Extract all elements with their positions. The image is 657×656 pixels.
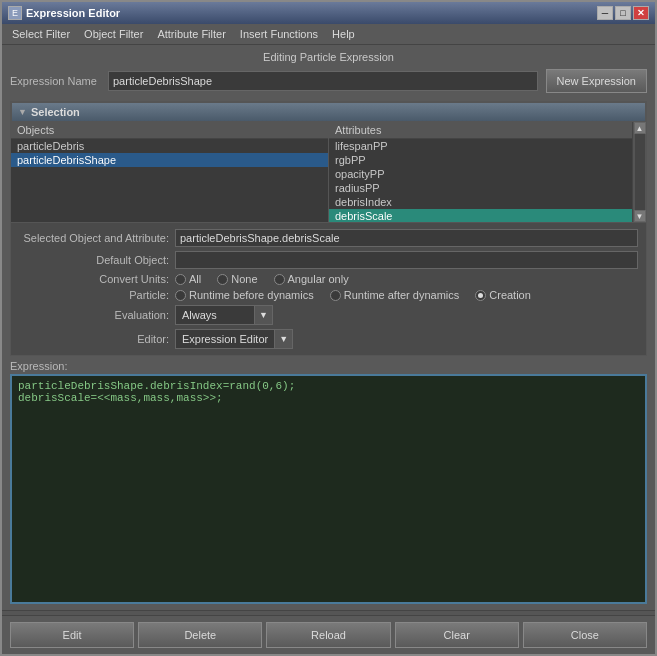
evaluation-label: Evaluation: bbox=[19, 309, 169, 321]
expression-textarea[interactable] bbox=[10, 374, 647, 604]
editor-value[interactable]: Expression Editor bbox=[175, 329, 275, 349]
editor-row: Editor: Expression Editor ▼ bbox=[19, 329, 638, 349]
runtime-before-radio[interactable]: Runtime before dynamics bbox=[175, 289, 314, 301]
editor-arrow[interactable]: ▼ bbox=[275, 329, 293, 349]
editing-label: Editing Particle Expression bbox=[10, 51, 647, 63]
expression-name-row: Expression Name New Expression bbox=[10, 69, 647, 93]
selection-header: ▼ Selection bbox=[11, 102, 646, 122]
list-item[interactable]: particleDebrisShape bbox=[11, 153, 328, 167]
evaluation-dropdown: Always ▼ bbox=[175, 305, 273, 325]
close-button[interactable]: Close bbox=[523, 622, 647, 648]
objects-list[interactable]: particleDebris particleDebrisShape bbox=[11, 139, 328, 222]
particle-row: Particle: Runtime before dynamics Runtim… bbox=[19, 289, 638, 301]
objects-header: Objects bbox=[11, 122, 328, 139]
title-buttons: ─ □ ✕ bbox=[597, 6, 649, 20]
list-item[interactable]: particleDebris bbox=[11, 139, 328, 153]
selection-label: Selection bbox=[31, 106, 80, 118]
convert-none-label: None bbox=[231, 273, 257, 285]
runtime-before-circle bbox=[175, 290, 186, 301]
creation-circle bbox=[475, 290, 486, 301]
menu-attribute-filter[interactable]: Attribute Filter bbox=[151, 26, 231, 42]
window-icon: E bbox=[8, 6, 22, 20]
title-bar-left: E Expression Editor bbox=[8, 6, 120, 20]
expression-label: Expression: bbox=[10, 360, 647, 372]
list-item[interactable]: debrisScale bbox=[329, 209, 632, 222]
section-arrow-icon: ▼ bbox=[18, 107, 27, 117]
selected-attr-row: Selected Object and Attribute: bbox=[19, 229, 638, 247]
menu-help[interactable]: Help bbox=[326, 26, 361, 42]
runtime-after-circle bbox=[330, 290, 341, 301]
scroll-up-btn[interactable]: ▲ bbox=[634, 122, 646, 134]
convert-units-label: Convert Units: bbox=[19, 273, 169, 285]
list-item[interactable]: opacityPP bbox=[329, 167, 632, 181]
particle-group: Runtime before dynamics Runtime after dy… bbox=[175, 289, 531, 301]
convert-all-label: All bbox=[189, 273, 201, 285]
menubar: Select Filter Object Filter Attribute Fi… bbox=[2, 24, 655, 45]
runtime-after-label: Runtime after dynamics bbox=[344, 289, 460, 301]
expression-section: Expression: bbox=[10, 360, 647, 604]
evaluation-arrow[interactable]: ▼ bbox=[255, 305, 273, 325]
selected-attr-label: Selected Object and Attribute: bbox=[19, 232, 169, 244]
expression-name-input[interactable] bbox=[108, 71, 538, 91]
menu-insert-functions[interactable]: Insert Functions bbox=[234, 26, 324, 42]
attributes-header: Attributes bbox=[329, 122, 646, 139]
convert-units-row: Convert Units: All None Angular only bbox=[19, 273, 638, 285]
maximize-button[interactable]: □ bbox=[615, 6, 631, 20]
details-section: Selected Object and Attribute: Default O… bbox=[11, 222, 646, 355]
edit-button[interactable]: Edit bbox=[10, 622, 134, 648]
default-object-row: Default Object: bbox=[19, 251, 638, 269]
convert-all-radio[interactable]: All bbox=[175, 273, 201, 285]
list-item[interactable]: lifespanPP bbox=[329, 139, 632, 153]
convert-units-group: All None Angular only bbox=[175, 273, 349, 285]
creation-radio[interactable]: Creation bbox=[475, 289, 531, 301]
convert-none-circle bbox=[217, 274, 228, 285]
delete-button[interactable]: Delete bbox=[138, 622, 262, 648]
reload-button[interactable]: Reload bbox=[266, 622, 390, 648]
editor-dropdown: Expression Editor ▼ bbox=[175, 329, 293, 349]
objects-panel: Objects particleDebris particleDebrisSha… bbox=[11, 122, 329, 222]
creation-label: Creation bbox=[489, 289, 531, 301]
evaluation-row: Evaluation: Always ▼ bbox=[19, 305, 638, 325]
runtime-before-label: Runtime before dynamics bbox=[189, 289, 314, 301]
title-bar: E Expression Editor ─ □ ✕ bbox=[2, 2, 655, 24]
list-item[interactable]: debrisIndex bbox=[329, 195, 632, 209]
list-item[interactable]: rgbPP bbox=[329, 153, 632, 167]
default-object-input[interactable] bbox=[175, 251, 638, 269]
default-object-label: Default Object: bbox=[19, 254, 169, 266]
scroll-track bbox=[635, 134, 645, 210]
new-expression-button[interactable]: New Expression bbox=[546, 69, 647, 93]
attributes-scrollbar[interactable]: ▲ ▼ bbox=[632, 122, 646, 222]
window-title: Expression Editor bbox=[26, 7, 120, 19]
minimize-button[interactable]: ─ bbox=[597, 6, 613, 20]
main-content: Editing Particle Expression Expression N… bbox=[2, 45, 655, 610]
editor-label: Editor: bbox=[19, 333, 169, 345]
menu-object-filter[interactable]: Object Filter bbox=[78, 26, 149, 42]
particle-label: Particle: bbox=[19, 289, 169, 301]
expression-editor-window: E Expression Editor ─ □ ✕ Select Filter … bbox=[0, 0, 657, 656]
selection-section: ▼ Selection Objects particleDebris parti… bbox=[10, 101, 647, 356]
scroll-down-btn[interactable]: ▼ bbox=[634, 210, 646, 222]
objects-attributes-row: Objects particleDebris particleDebrisSha… bbox=[11, 122, 646, 222]
selected-attr-input[interactable] bbox=[175, 229, 638, 247]
attributes-list[interactable]: lifespanPP rgbPP opacityPP radiusPP debr… bbox=[329, 139, 646, 222]
menu-select-filter[interactable]: Select Filter bbox=[6, 26, 76, 42]
convert-angular-radio[interactable]: Angular only bbox=[274, 273, 349, 285]
expression-name-label: Expression Name bbox=[10, 75, 100, 87]
attributes-panel: Attributes lifespanPP rgbPP opacityPP ra… bbox=[329, 122, 646, 222]
list-item[interactable]: radiusPP bbox=[329, 181, 632, 195]
evaluation-value[interactable]: Always bbox=[175, 305, 255, 325]
convert-all-circle bbox=[175, 274, 186, 285]
close-window-button[interactable]: ✕ bbox=[633, 6, 649, 20]
clear-button[interactable]: Clear bbox=[395, 622, 519, 648]
bottom-buttons: Edit Delete Reload Clear Close bbox=[2, 616, 655, 654]
convert-angular-label: Angular only bbox=[288, 273, 349, 285]
convert-none-radio[interactable]: None bbox=[217, 273, 257, 285]
convert-angular-circle bbox=[274, 274, 285, 285]
runtime-after-radio[interactable]: Runtime after dynamics bbox=[330, 289, 460, 301]
